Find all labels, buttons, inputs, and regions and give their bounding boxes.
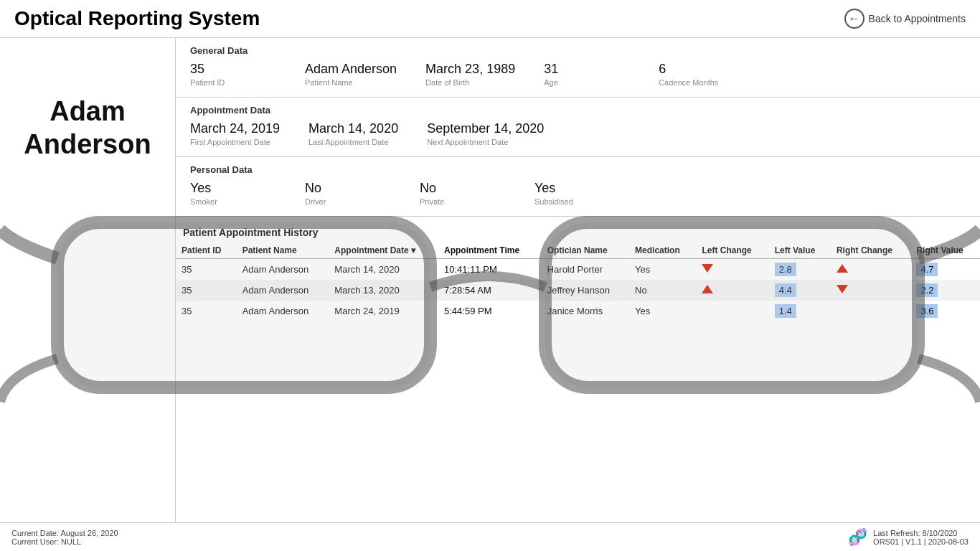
subsidised-value: Yes (534, 181, 621, 196)
col-left-change: Left Change (696, 242, 768, 259)
general-data-row: 35 Patient ID Adam Anderson Patient Name… (190, 62, 966, 87)
history-table: Patient ID Patient Name Appointment Date… (176, 242, 980, 321)
app-title: Optical Reporting System (14, 7, 260, 30)
subsidised-field: Yes Subsidised (534, 181, 621, 206)
col-patient-name: Patient Name (237, 242, 329, 259)
dob-label: Date of Birth (425, 78, 515, 87)
personal-data-title: Personal Data (190, 164, 966, 175)
footer-right: 🧬 Last Refresh: 8/10/2020 ORS01 | V1.1 |… (848, 528, 969, 547)
patient-name-value: Adam Anderson (305, 62, 397, 77)
patient-last-name: Anderson (24, 129, 151, 159)
col-appt-time: Appointment Time (438, 242, 542, 259)
general-data-title: General Data (190, 45, 966, 56)
smoker-label: Smoker (190, 197, 276, 206)
driver-value: No (305, 181, 391, 196)
back-to-appointments-button[interactable]: ← Back to Appointments (844, 9, 966, 29)
left-value: 4.4 (775, 283, 796, 297)
arrow-up-icon (702, 285, 713, 293)
age-label: Age (544, 78, 630, 87)
left-panel: Adam Anderson (0, 38, 176, 524)
personal-data-row: Yes Smoker No Driver No Private Yes Subs… (190, 181, 966, 206)
cadence-field: 6 Cadence Months (659, 62, 745, 87)
cadence-label: Cadence Months (659, 78, 745, 87)
col-medication: Medication (629, 242, 696, 259)
next-appt-value: September 14, 2020 (427, 121, 544, 136)
right-panel: General Data 35 Patient ID Adam Anderson… (176, 38, 980, 524)
patient-name-display: Adam Anderson (24, 95, 151, 161)
right-value: 2.2 (916, 283, 938, 297)
arrow-up-icon (837, 264, 848, 273)
private-label: Private (420, 197, 506, 206)
patient-id-field: 35 Patient ID (190, 62, 276, 87)
back-button-label: Back to Appointments (869, 13, 966, 24)
arrow-down-icon (837, 285, 848, 293)
smoker-field: Yes Smoker (190, 181, 276, 206)
col-right-change: Right Change (831, 242, 911, 259)
age-value: 31 (544, 62, 630, 77)
history-title: Patient Appointment History (176, 224, 980, 242)
appointment-data-row: March 24, 2019 First Appointment Date Ma… (190, 121, 966, 146)
first-appt-field: March 24, 2019 First Appointment Date (190, 121, 280, 146)
table-row: 35Adam AndersonMarch 24, 20195:44:59 PMJ… (176, 301, 980, 321)
patient-name-field: Adam Anderson Patient Name (305, 62, 397, 87)
age-field: 31 Age (544, 62, 630, 87)
dob-field: March 23, 1989 Date of Birth (425, 62, 515, 87)
dob-value: March 23, 1989 (425, 62, 515, 77)
system-info: ORS01 | V1.1 | 2020-08-03 (873, 537, 969, 546)
back-icon: ← (844, 9, 864, 29)
footer-left: Current Date: August 26, 2020 Current Us… (11, 529, 118, 546)
dna-icon: 🧬 (848, 528, 867, 547)
col-patient-id: Patient ID (176, 242, 237, 259)
first-appt-label: First Appointment Date (190, 138, 280, 146)
patient-id-label: Patient ID (190, 78, 276, 87)
private-value: No (420, 181, 506, 196)
col-appt-date: Appointment Date ▾ (329, 242, 438, 259)
col-optician: Optician Name (542, 242, 629, 259)
next-appt-label: Next Appointment Date (427, 138, 544, 146)
appointment-data-title: Appointment Data (190, 105, 966, 116)
last-appt-label: Last Appointment Date (308, 138, 398, 146)
appointment-data-section: Appointment Data March 24, 2019 First Ap… (176, 98, 980, 157)
last-appt-value: March 14, 2020 (308, 121, 398, 136)
history-table-body: 35Adam AndersonMarch 14, 202010:41:11 PM… (176, 259, 980, 322)
table-row: 35Adam AndersonMarch 13, 20207:28:54 AMJ… (176, 280, 980, 301)
patient-first-name: Adam (50, 96, 126, 126)
arrow-down-icon (702, 264, 713, 273)
last-refresh: Last Refresh: 8/10/2020 (873, 529, 969, 537)
smoker-value: Yes (190, 181, 276, 196)
right-value: 3.6 (916, 304, 938, 318)
header: Optical Reporting System ← Back to Appoi… (0, 0, 980, 38)
table-row: 35Adam AndersonMarch 14, 202010:41:11 PM… (176, 259, 980, 281)
cadence-value: 6 (659, 62, 745, 77)
personal-data-section: Personal Data Yes Smoker No Driver No Pr… (176, 157, 980, 217)
driver-label: Driver (305, 197, 391, 206)
driver-field: No Driver (305, 181, 391, 206)
current-user: Current User: NULL (11, 537, 118, 546)
last-appt-field: March 14, 2020 Last Appointment Date (308, 121, 398, 146)
main-content: Adam Anderson General Data 35 Patient ID… (0, 38, 980, 524)
patient-id-value: 35 (190, 62, 276, 77)
private-field: No Private (420, 181, 506, 206)
history-header-row: Patient ID Patient Name Appointment Date… (176, 242, 980, 259)
right-value: 4.7 (916, 263, 938, 276)
patient-name-label: Patient Name (305, 78, 397, 87)
history-section: Patient Appointment History Patient ID P… (176, 217, 980, 321)
first-appt-value: March 24, 2019 (190, 121, 280, 136)
general-data-section: General Data 35 Patient ID Adam Anderson… (176, 38, 980, 98)
col-left-value: Left Value (769, 242, 831, 259)
history-table-header: Patient ID Patient Name Appointment Date… (176, 242, 980, 259)
footer: Current Date: August 26, 2020 Current Us… (0, 522, 980, 551)
col-right-value: Right Value (910, 242, 980, 259)
left-value: 2.8 (775, 263, 796, 276)
left-value: 1.4 (775, 304, 796, 318)
footer-info: Last Refresh: 8/10/2020 ORS01 | V1.1 | 2… (873, 529, 969, 546)
current-date: Current Date: August 26, 2020 (11, 529, 118, 537)
next-appt-field: September 14, 2020 Next Appointment Date (427, 121, 544, 146)
subsidised-label: Subsidised (534, 197, 621, 206)
